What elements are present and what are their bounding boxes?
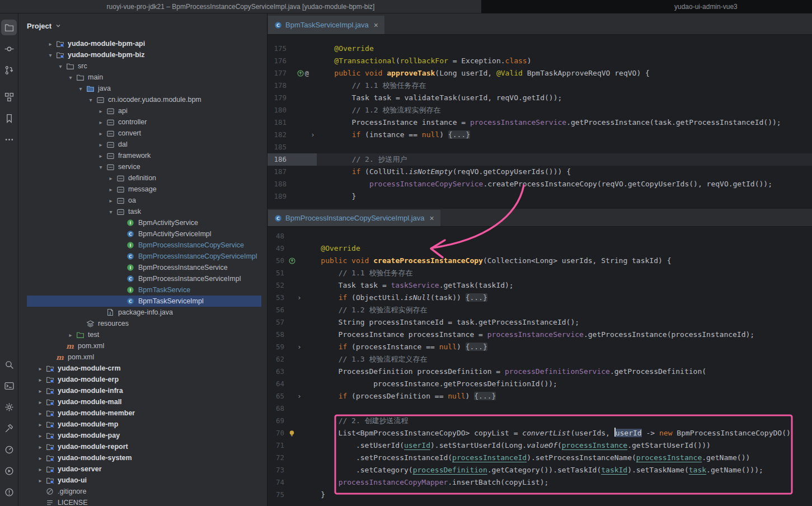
fold-arrow-icon[interactable]: › xyxy=(295,292,303,304)
fold-arrow-icon[interactable]: › xyxy=(309,129,317,141)
chevron-closed-icon[interactable]: ▸ xyxy=(106,186,116,193)
run-icon[interactable] xyxy=(1,463,17,479)
terminal-icon[interactable] xyxy=(1,378,17,393)
tree-item-bpmprocessinstanceserviceimpl[interactable]: CBpmProcessInstanceServiceImpl xyxy=(18,273,267,284)
tree-item-bpmprocessinstanceservice[interactable]: IBpmProcessInstanceService xyxy=(18,262,267,273)
chevron-closed-icon[interactable]: ▸ xyxy=(45,41,55,47)
chevron-open-icon[interactable]: ▾ xyxy=(106,209,116,215)
more-icon[interactable] xyxy=(1,132,17,147)
tree-item-bpmactivityserviceimpl[interactable]: CBpmActivityServiceImpl xyxy=(18,228,267,240)
chevron-closed-icon[interactable]: ▸ xyxy=(35,433,45,439)
chevron-closed-icon[interactable]: ▸ xyxy=(35,410,45,416)
tree-item-service[interactable]: ▾service xyxy=(18,161,267,172)
tree-item-task[interactable]: ▾task xyxy=(18,206,267,217)
bookmarks-icon[interactable] xyxy=(1,110,17,126)
chevron-open-icon[interactable]: ▾ xyxy=(45,52,55,58)
tree-item-package-info-java[interactable]: Jpackage-info.java xyxy=(18,307,267,318)
tree-item-api[interactable]: ▸api xyxy=(18,105,267,116)
code-line-59: 59› if (processInstance == null) {...} xyxy=(267,341,812,353)
tree-item-yudao-module-bpm-api[interactable]: ▸yudao-module-bpm-api xyxy=(18,38,267,49)
structure-icon[interactable] xyxy=(1,89,17,105)
license-icon xyxy=(45,498,54,506)
project-icon[interactable] xyxy=(1,20,17,35)
tree-item-yudao-module-system[interactable]: ▸yudao-module-system xyxy=(18,452,267,463)
pull-requests-icon[interactable] xyxy=(1,62,17,78)
search-icon[interactable] xyxy=(1,357,17,372)
chevron-open-icon[interactable]: ▾ xyxy=(65,74,76,81)
build-icon[interactable] xyxy=(1,420,17,436)
tree-item-test[interactable]: ▸test xyxy=(18,329,267,340)
tree-item-yudao-module-pay[interactable]: ▸yudao-module-pay xyxy=(18,430,267,441)
tree-item-message[interactable]: ▸message xyxy=(18,184,267,195)
chevron-open-icon[interactable]: ▾ xyxy=(96,164,106,170)
tree-item-yudao-module-mp[interactable]: ▸yudao-module-mp xyxy=(18,419,267,430)
chevron-closed-icon[interactable]: ▸ xyxy=(35,421,45,428)
chevron-closed-icon[interactable]: ▸ xyxy=(106,175,116,181)
tree-item-bpmtaskservice[interactable]: IBpmTaskService xyxy=(18,284,267,296)
tree-item-resources[interactable]: resources xyxy=(18,318,267,329)
maven-icon: m xyxy=(65,341,74,350)
tab-bpm-process-instance-copy-service-impl[interactable]: C BpmProcessInstanceCopyServiceImpl.java… xyxy=(268,210,440,226)
chevron-closed-icon[interactable]: ▸ xyxy=(96,108,106,114)
chevron-closed-icon[interactable]: ▸ xyxy=(35,444,45,450)
tree-item-yudao-module-infra[interactable]: ▸yudao-module-infra xyxy=(18,385,267,396)
tree-item-yudao-ui[interactable]: ▸yudao-ui xyxy=(18,475,267,486)
chevron-closed-icon[interactable]: ▸ xyxy=(96,142,106,148)
services-icon[interactable] xyxy=(1,399,17,415)
code-editor-top[interactable]: 175 @Override176 @Transactional(rollback… xyxy=(267,35,812,209)
tree-item-yudao-server[interactable]: ▸yudao-server xyxy=(18,463,267,475)
chevron-open-icon[interactable]: ▾ xyxy=(76,86,86,92)
chevron-closed-icon[interactable]: ▸ xyxy=(35,377,45,383)
tree-item-yudao-module-bpm-biz[interactable]: ▾yudao-module-bpm-biz xyxy=(18,49,267,60)
tree-item-pom-xml[interactable]: mpom.xml xyxy=(18,340,267,352)
chevron-open-icon[interactable]: ▾ xyxy=(86,97,96,103)
code-editor-bottom[interactable]: 4849 @Override50 public void createProce… xyxy=(267,227,812,506)
tree-item-yudao-module-report[interactable]: ▸yudao-module-report xyxy=(18,441,267,452)
chevron-closed-icon[interactable]: ▸ xyxy=(106,198,116,204)
chevron-closed-icon[interactable]: ▸ xyxy=(35,477,45,484)
chevron-closed-icon[interactable]: ▸ xyxy=(96,153,106,159)
code-text: if (processInstance == null) {...} xyxy=(303,341,487,353)
secondary-window-title[interactable]: yudao-ui-admin-vue3 xyxy=(481,0,812,13)
chevron-closed-icon[interactable]: ▸ xyxy=(35,466,45,472)
fold-arrow-icon[interactable]: › xyxy=(295,390,303,402)
tree-item-convert[interactable]: ▸convert xyxy=(18,128,267,139)
project-panel-header[interactable]: Project xyxy=(18,13,267,38)
tree-item-src[interactable]: ▾src xyxy=(18,60,267,72)
tree-item-java[interactable]: ▾java xyxy=(18,83,267,94)
tree-item-controller[interactable]: ▸controller xyxy=(18,116,267,128)
chevron-closed-icon[interactable]: ▸ xyxy=(96,130,106,137)
tree-item-oa[interactable]: ▸oa xyxy=(18,195,267,206)
tree-item-yudao-module-crm[interactable]: ▸yudao-module-crm xyxy=(18,363,267,374)
tree-item-bpmprocessinstancecopyserviceimpl[interactable]: CBpmProcessInstanceCopyServiceImpl xyxy=(18,251,267,262)
bulb-icon[interactable] xyxy=(288,430,295,437)
chevron-closed-icon[interactable]: ▸ xyxy=(65,332,76,338)
tree-item-yudao-module-mall[interactable]: ▸yudao-module-mall xyxy=(18,396,267,407)
chevron-closed-icon[interactable]: ▸ xyxy=(35,388,45,394)
close-tab-icon[interactable]: × xyxy=(374,21,378,30)
chevron-closed-icon[interactable]: ▸ xyxy=(35,366,45,372)
profiler-icon[interactable] xyxy=(1,442,17,457)
tree-item-yudao-module-member[interactable]: ▸yudao-module-member xyxy=(18,407,267,419)
tree-item-yudao-module-erp[interactable]: ▸yudao-module-erp xyxy=(18,374,267,385)
tree-item-bpmtaskserviceimpl[interactable]: CBpmTaskServiceImpl xyxy=(27,296,261,307)
chevron-closed-icon[interactable]: ▸ xyxy=(35,399,45,405)
problems-icon[interactable] xyxy=(1,484,17,500)
tree-item-cn-iocoder-yudao-module-bpm[interactable]: ▾cn.iocoder.yudao.module.bpm xyxy=(18,94,267,105)
tree-item-dal[interactable]: ▸dal xyxy=(18,139,267,150)
tree-item-gitignore[interactable]: .gitignore xyxy=(18,486,267,497)
commit-icon[interactable] xyxy=(1,41,17,57)
tree-item-framework[interactable]: ▸framework xyxy=(18,150,267,161)
chevron-open-icon[interactable]: ▾ xyxy=(55,63,65,69)
tree-item-bpmprocessinstancecopyservice[interactable]: IBpmProcessInstanceCopyService xyxy=(18,240,267,251)
tree-item-definition[interactable]: ▸definition xyxy=(18,172,267,184)
tree-item-main[interactable]: ▾main xyxy=(18,72,267,83)
tree-item-pom-xml[interactable]: mpom.xml xyxy=(18,352,267,363)
fold-arrow-icon[interactable]: › xyxy=(295,341,303,353)
tree-item-bpmactivityservice[interactable]: IBpmActivityService xyxy=(18,217,267,228)
tab-bpm-task-service-impl[interactable]: C BpmTaskServiceImpl.java × xyxy=(268,16,384,34)
tree-item-license[interactable]: LICENSE xyxy=(18,497,267,506)
chevron-closed-icon[interactable]: ▸ xyxy=(96,119,106,125)
chevron-closed-icon[interactable]: ▸ xyxy=(35,455,45,461)
close-tab-icon[interactable]: × xyxy=(430,214,434,223)
